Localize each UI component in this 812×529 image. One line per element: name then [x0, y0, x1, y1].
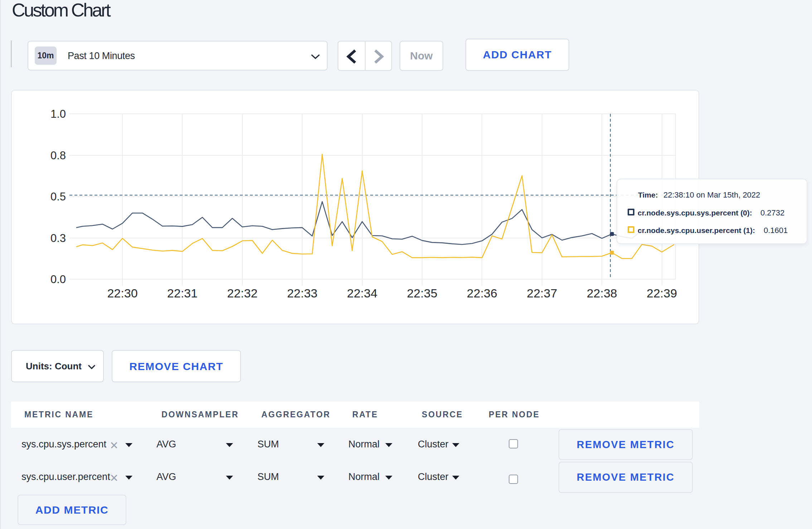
svg-text:22:38: 22:38 [587, 286, 617, 300]
svg-text:22:30: 22:30 [107, 286, 137, 300]
svg-text:22:37: 22:37 [527, 286, 557, 300]
svg-text:22:39: 22:39 [647, 286, 677, 300]
svg-text:22:31: 22:31 [167, 286, 198, 300]
svg-text:1.0: 1.0 [50, 108, 66, 120]
svg-text:22:34: 22:34 [347, 286, 377, 300]
svg-text:22:35: 22:35 [407, 286, 437, 300]
svg-text:0.8: 0.8 [50, 149, 66, 162]
svg-text:0.0: 0.0 [50, 273, 66, 286]
svg-text:0.3: 0.3 [50, 232, 66, 244]
svg-text:22:36: 22:36 [467, 286, 497, 300]
svg-text:22:32: 22:32 [227, 286, 257, 300]
svg-text:0.5: 0.5 [50, 190, 66, 203]
svg-text:22:33: 22:33 [287, 286, 318, 300]
